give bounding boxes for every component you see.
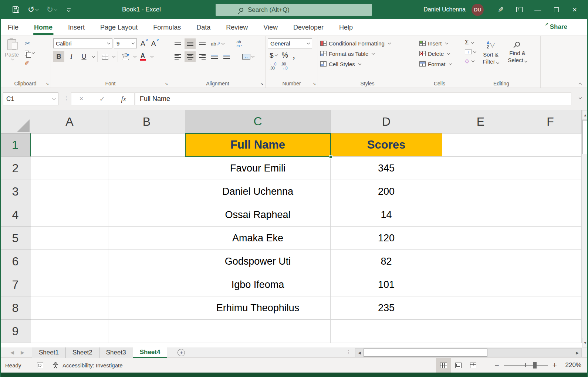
copy-button[interactable] <box>24 49 35 57</box>
underline-button[interactable]: U <box>78 51 89 62</box>
cancel-button[interactable]: × <box>80 95 84 103</box>
tab-home[interactable]: Home <box>26 19 60 36</box>
number-format-combo[interactable]: General <box>268 38 312 48</box>
bold-button[interactable]: B <box>53 51 64 62</box>
cell-F4[interactable] <box>519 203 582 227</box>
cell-E5[interactable] <box>442 227 519 250</box>
row-header-2[interactable]: 2 <box>0 157 31 180</box>
decrease-decimal-button[interactable]: .00→.0 <box>280 62 288 71</box>
tab-help[interactable]: Help <box>331 19 361 36</box>
cell-E6[interactable] <box>442 250 519 273</box>
name-box[interactable]: C1 <box>3 92 58 105</box>
increase-indent-button[interactable] <box>221 51 232 62</box>
select-all-button[interactable] <box>0 110 31 133</box>
cell-C1[interactable]: Full Name <box>185 133 331 157</box>
column-header-A[interactable]: A <box>31 110 108 133</box>
cell-B1[interactable] <box>108 133 185 157</box>
increase-decimal-button[interactable]: ←.0.00 <box>269 62 277 71</box>
cell-F6[interactable] <box>519 250 582 273</box>
cell-B3[interactable] <box>108 180 185 203</box>
tab-data[interactable]: Data <box>189 19 218 36</box>
horizontal-scroll-thumb[interactable] <box>364 349 487 357</box>
cell-A2[interactable] <box>31 157 108 180</box>
cell-F2[interactable] <box>519 157 582 180</box>
cell-F1[interactable] <box>519 133 582 157</box>
sort-filter-button[interactable]: AZ ▽ Sort & Filter <box>479 38 503 65</box>
search-box[interactable]: Search (Alt+Q) <box>216 4 372 16</box>
vertical-scroll-thumb[interactable] <box>582 120 588 154</box>
cell-E9[interactable] <box>442 320 519 343</box>
cell-A7[interactable] <box>31 273 108 296</box>
cell-F5[interactable] <box>519 227 582 250</box>
middle-align-button[interactable] <box>185 38 196 49</box>
cell-B6[interactable] <box>108 250 185 273</box>
cell-B9[interactable] <box>108 320 185 343</box>
bottom-align-button[interactable] <box>197 38 208 49</box>
percent-button[interactable]: % <box>281 51 289 60</box>
format-as-table-button[interactable]: Format as Table <box>320 50 415 58</box>
user-name[interactable]: Daniel Uchenna <box>423 6 466 13</box>
column-header-B[interactable]: B <box>108 110 185 133</box>
format-cells-button[interactable]: Format <box>419 60 460 68</box>
avatar[interactable]: DU <box>472 4 484 16</box>
collapse-ribbon-button[interactable] <box>579 83 582 86</box>
row-header-5[interactable]: 5 <box>0 227 31 250</box>
cell-D6[interactable]: 82 <box>331 250 442 273</box>
wrap-text-button[interactable]: abc↩ <box>234 38 244 49</box>
fill-color-button[interactable] <box>121 51 131 62</box>
column-header-D[interactable]: D <box>331 110 442 133</box>
cell-B2[interactable] <box>108 157 185 180</box>
tab-view[interactable]: View <box>256 19 285 36</box>
cut-button[interactable]: ✂ <box>24 39 35 47</box>
cell-A8[interactable] <box>31 296 108 320</box>
orientation-button[interactable]: ab↗ <box>209 38 226 49</box>
currency-button[interactable]: $ <box>269 51 278 60</box>
cell-A9[interactable] <box>31 320 108 343</box>
ink-button[interactable]: ✎ <box>493 0 509 19</box>
horizontal-scrollbar[interactable]: ◀ ▶ <box>355 348 582 357</box>
cell-D9[interactable] <box>331 320 442 343</box>
tab-formulas[interactable]: Formulas <box>145 19 189 36</box>
number-dialog-launcher[interactable]: ↘ <box>312 81 316 86</box>
cell-F3[interactable] <box>519 180 582 203</box>
cell-D7[interactable]: 101 <box>331 273 442 296</box>
font-name-combo[interactable]: Calibri <box>53 38 112 48</box>
cell-C9[interactable] <box>185 320 331 343</box>
scroll-down-arrow[interactable]: ▼ <box>582 338 588 347</box>
close-button[interactable]: × <box>567 0 583 19</box>
save-button[interactable] <box>10 3 22 16</box>
redo-button[interactable]: ↻ <box>44 3 59 16</box>
clipboard-dialog-launcher[interactable]: ↘ <box>45 81 49 86</box>
font-color-button[interactable]: A <box>138 51 148 62</box>
accessibility-status[interactable]: Accessibility: Investigate <box>62 362 123 368</box>
cell-A4[interactable] <box>31 203 108 227</box>
alignment-dialog-launcher[interactable]: ↘ <box>260 81 263 86</box>
macro-record-icon[interactable] <box>37 363 43 368</box>
cell-E4[interactable] <box>442 203 519 227</box>
formula-input[interactable]: Full Name <box>135 92 571 105</box>
cell-A3[interactable] <box>31 180 108 203</box>
page-layout-view-button[interactable] <box>451 358 466 373</box>
find-select-button[interactable]: Find & Select <box>505 38 530 65</box>
vertical-scrollbar[interactable]: ▲ ▼ <box>582 110 588 347</box>
zoom-slider[interactable] <box>504 365 548 366</box>
cell-A6[interactable] <box>31 250 108 273</box>
cell-C6[interactable]: Godspower Uti <box>185 250 331 273</box>
cell-C7[interactable]: Igbo Ifeoma <box>185 273 331 296</box>
zoom-in-button[interactable]: + <box>548 361 561 370</box>
cell-A5[interactable] <box>31 227 108 250</box>
paste-button[interactable]: Paste <box>2 38 21 67</box>
align-left-button[interactable] <box>172 51 183 62</box>
conditional-formatting-button[interactable]: Conditional Formatting <box>320 39 415 47</box>
cell-B7[interactable] <box>108 273 185 296</box>
cell-D3[interactable]: 200 <box>331 180 442 203</box>
cell-C8[interactable]: Erhimu Theophilus <box>185 296 331 320</box>
zoom-slider-thumb[interactable] <box>533 362 537 368</box>
insert-function-button[interactable]: fx <box>121 95 126 103</box>
cell-F7[interactable] <box>519 273 582 296</box>
cell-D8[interactable]: 235 <box>331 296 442 320</box>
cell-C4[interactable]: Ossai Rapheal <box>185 203 331 227</box>
zoom-level[interactable]: 220% <box>565 361 588 369</box>
next-sheet-arrow[interactable]: ▶ <box>21 350 24 355</box>
normal-view-button[interactable] <box>436 358 451 373</box>
